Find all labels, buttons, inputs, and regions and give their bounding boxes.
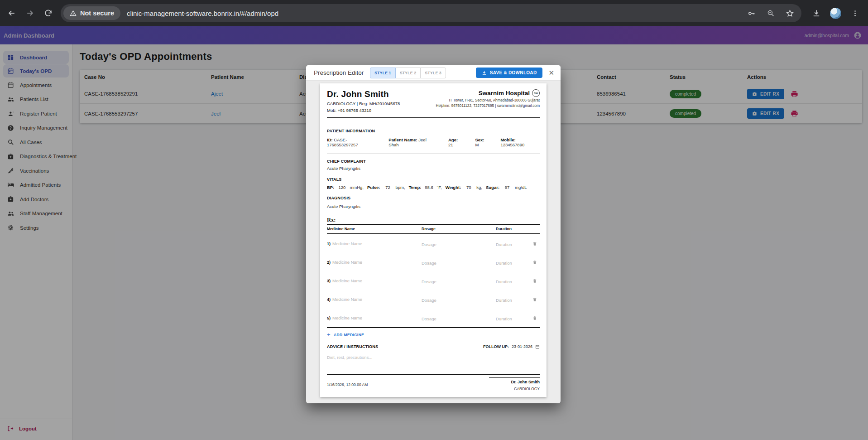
advice-heading: ADVICE / INSTRUCTIONS [327, 344, 378, 349]
reload-icon[interactable] [39, 4, 57, 22]
tab-style-3[interactable]: STYLE 3 [420, 68, 446, 78]
medicine-row-number: 2) [327, 260, 331, 265]
medicine-row-number: 3) [327, 279, 331, 283]
url-text[interactable]: clinic-management-software.bonrix.in/#/a… [127, 10, 736, 17]
delete-medicine-icon[interactable] [532, 315, 540, 321]
chrome-right-cluster [808, 5, 863, 22]
duration-input[interactable] [496, 298, 528, 303]
close-icon[interactable]: ✕ [548, 69, 554, 76]
delete-medicine-icon[interactable] [532, 260, 540, 265]
delete-medicine-icon[interactable] [532, 278, 540, 284]
security-label: Not secure [80, 10, 114, 17]
medicine-row-number: 1) [327, 242, 331, 246]
patient-id-label: ID: [327, 137, 333, 142]
patient-name-label: Patient Name: [388, 137, 417, 142]
doctor-name: Dr. John Smith [327, 89, 400, 99]
medicine-row-number: 5) [327, 316, 331, 320]
delete-medicine-icon[interactable] [532, 241, 540, 247]
dosage-input[interactable] [422, 261, 471, 266]
hospital-block: Swarnim Hospital SW IT Tower, H-91, Sect… [436, 89, 540, 108]
duration-input[interactable] [496, 316, 528, 321]
doctor-specialty-reg: CARDIOLOGY | Reg: MH/2010/45678 [327, 101, 400, 106]
medicine-name-input[interactable] [332, 241, 396, 246]
warning-icon [70, 10, 77, 17]
hospital-address: IT Tower, H-91, Sector-68, Ahmedabad-380… [436, 98, 540, 102]
password-key-icon[interactable] [747, 9, 756, 18]
diagnosis-heading: DIAGNOSIS [327, 196, 540, 200]
save-download-button[interactable]: SAVE & DOWNLOAD [476, 68, 543, 78]
medicine-name-input[interactable] [332, 297, 396, 302]
doctor-mobile: Mob: +91 98765 43210 [327, 108, 400, 113]
vital-label: Sugar: [486, 185, 499, 190]
timestamp: 1/16/2026, 12:00:00 AM [327, 382, 368, 387]
follow-up: FOLLOW UP: 23-01-2026 [483, 344, 540, 349]
profile-avatar[interactable] [830, 7, 842, 19]
medicine-name-input[interactable] [332, 278, 396, 283]
vitals-row: BP:120mmHg, Pulse:72bpm, Temp:98.6°F, We… [327, 185, 540, 190]
style-tab-group: STYLE 1 STYLE 2 STYLE 3 [370, 68, 446, 78]
patient-info-heading: PATIENT INFORMATION [327, 129, 540, 133]
vital-value-input[interactable]: 120 [334, 185, 350, 190]
tab-style-1[interactable]: STYLE 1 [370, 68, 396, 78]
signature-block: Dr. John Smith CARDIOLOGY [489, 377, 540, 391]
vital-unit: kg, [476, 185, 482, 190]
vital-label: BP: [327, 185, 334, 190]
zoom-icon[interactable] [767, 9, 775, 17]
vital-unit: mg/dL [515, 185, 527, 190]
advice-input[interactable] [327, 355, 476, 360]
downloads-icon[interactable] [808, 5, 825, 22]
vitals-heading: VITALS [327, 177, 540, 182]
vital-value-input[interactable]: 97 [499, 185, 515, 190]
browser-toolbar: Not secure clinic-management-software.bo… [0, 0, 868, 26]
dosage-input[interactable] [422, 298, 471, 303]
delete-medicine-icon[interactable] [532, 297, 540, 302]
back-icon[interactable] [3, 4, 21, 22]
doctor-block: Dr. John Smith CARDIOLOGY | Reg: MH/2010… [327, 89, 400, 113]
patient-sex: M [475, 142, 479, 147]
patient-mobile: 1234567890 [500, 142, 524, 147]
duration-input[interactable] [496, 242, 528, 247]
vital-unit: mmHg, [350, 185, 364, 190]
patient-sex-label: Sex: [475, 137, 484, 142]
add-medicine-button[interactable]: + ADD MEDICINE [327, 332, 540, 338]
medicine-row: 4) [327, 290, 540, 309]
forward-icon[interactable] [21, 4, 39, 22]
address-bar[interactable]: Not secure clinic-management-software.bo… [61, 4, 801, 22]
medicine-row: 3) [327, 271, 540, 290]
security-chip[interactable]: Not secure [63, 6, 120, 20]
chief-complaint-value: Acute Pharyngitis [327, 166, 540, 171]
prescription-paper: Dr. John Smith CARDIOLOGY | Reg: MH/2010… [320, 83, 547, 397]
follow-up-label: FOLLOW UP: [483, 344, 509, 349]
patient-mobile-label: Mobile: [500, 137, 515, 142]
tab-style-2[interactable]: STYLE 2 [395, 68, 421, 78]
duration-input[interactable] [496, 279, 528, 284]
modal-header: Prescription Editor STYLE 1 STYLE 2 STYL… [306, 65, 561, 81]
dosage-input[interactable] [422, 242, 471, 247]
dosage-input[interactable] [422, 316, 471, 321]
vital-unit: °F, [436, 185, 441, 190]
patient-age: 21 [448, 142, 453, 147]
dosage-input[interactable] [422, 279, 471, 284]
medicine-name-input[interactable] [332, 260, 396, 265]
modal-title: Prescription Editor [314, 69, 364, 76]
bookmark-star-icon[interactable] [786, 9, 794, 18]
hospital-helpline: Helpline: 9675011122, 7227017695 | swarn… [436, 104, 540, 108]
plus-icon: + [327, 332, 331, 338]
med-col-duration: Duration [496, 227, 532, 231]
page: Admin Dashboard admin@hospital.com Dashb… [0, 26, 868, 440]
duration-input[interactable] [496, 261, 528, 266]
prescription-editor-modal: Prescription Editor STYLE 1 STYLE 2 STYL… [306, 65, 561, 403]
menu-kebab-icon[interactable] [846, 5, 863, 22]
calendar-icon[interactable] [535, 344, 540, 349]
vital-value-input[interactable]: 70 [461, 185, 476, 190]
patient-info-row: ID: CASE-1768553297257 Patient Name: Jee… [327, 137, 540, 147]
signature-doctor-name: Dr. John Smith [489, 380, 540, 384]
hospital-name: Swarnim Hospital [479, 90, 530, 97]
vital-value-input[interactable]: 98.6 [421, 185, 436, 190]
follow-up-date-input[interactable]: 23-01-2026 [512, 344, 532, 349]
rx-heading: Rx: [327, 217, 336, 223]
med-col-dosage: Dosage [422, 227, 496, 231]
medicine-name-input[interactable] [332, 315, 396, 320]
vital-value-input[interactable]: 72 [380, 185, 396, 190]
medicine-row: 5) [327, 309, 540, 327]
